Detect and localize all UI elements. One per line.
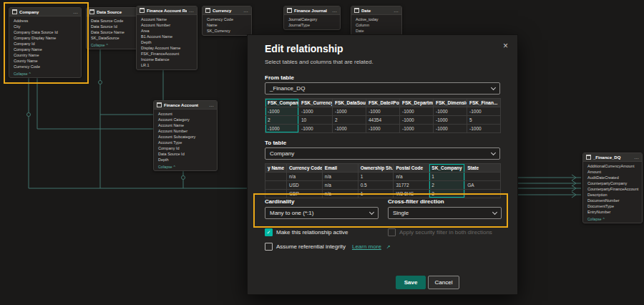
grid-cell[interactable]: -1000	[265, 107, 299, 116]
field-item[interactable]: Depth	[137, 39, 197, 45]
field-item[interactable]: Depth	[154, 157, 217, 163]
field-item[interactable]: Address	[9, 18, 81, 24]
field-item[interactable]: Account Name	[137, 16, 197, 22]
make-active-checkbox[interactable]: ✓ Make this relationship active	[265, 228, 348, 236]
field-item[interactable]: DocumentType	[583, 203, 642, 209]
field-item[interactable]: Display Account Name	[137, 45, 197, 51]
grid-cell[interactable]: FSK_Date#Pos...	[366, 99, 400, 107]
grid-cell[interactable]: n/a	[323, 181, 358, 190]
cancel-button[interactable]: Cancel	[428, 276, 459, 289]
grid-cell[interactable]: -1000	[434, 125, 467, 133]
grid-cell[interactable]: FSK_Currency	[299, 99, 333, 107]
card-header[interactable]: Finance Account …	[154, 101, 217, 110]
grid-cell[interactable]: 3	[429, 190, 465, 198]
grid-cell[interactable]: 5	[467, 116, 501, 125]
field-item[interactable]: LR.1	[137, 62, 197, 68]
grid-cell[interactable]: y Name	[265, 164, 287, 173]
field-item[interactable]: Company Name	[9, 47, 81, 52]
from-table-dropdown[interactable]: _Finance_DQ	[265, 82, 500, 95]
grid-cell[interactable]	[265, 173, 287, 181]
grid-cell[interactable]: Email	[323, 164, 358, 173]
more-options-icon[interactable]: …	[209, 102, 214, 107]
field-item[interactable]: Account Name	[154, 122, 217, 128]
card-header[interactable]: Finance Journal …	[284, 6, 340, 15]
field-item[interactable]: Income Balance	[137, 57, 197, 62]
grid-cell[interactable]: SK_Company	[429, 164, 465, 173]
field-item[interactable]: EntryNumber	[583, 209, 642, 215]
grid-cell[interactable]: 1	[358, 173, 394, 181]
field-item[interactable]: Name	[203, 22, 251, 28]
grid-cell[interactable]: -1000	[400, 116, 434, 125]
field-item[interactable]: CounterpartyFinanceAccount	[583, 186, 642, 192]
field-item[interactable]: Account Number	[137, 22, 197, 28]
grid-cell[interactable]: FSK_Dimensio...	[434, 99, 467, 107]
grid-cell[interactable]: Currency Code	[287, 164, 323, 173]
table-card-finance-journal[interactable]: Finance Journal … JournalCategoryJournal…	[283, 6, 341, 30]
field-item[interactable]: Company Display Name	[9, 35, 81, 41]
grid-cell[interactable]: n/a	[394, 173, 429, 181]
field-item[interactable]: FSK_FinanceAccount	[137, 51, 197, 57]
save-button[interactable]: Save	[396, 276, 426, 289]
grid-cell[interactable]: FSK_DataSour...	[333, 99, 366, 107]
grid-cell[interactable]: -1000	[434, 107, 467, 116]
grid-cell[interactable]: -1000	[333, 107, 366, 116]
grid-cell[interactable]	[465, 173, 501, 181]
field-item[interactable]: Account Subcategory	[154, 134, 217, 140]
card-header[interactable]: Date …	[351, 6, 401, 15]
close-icon[interactable]: ×	[503, 41, 508, 51]
grid-cell[interactable]: 1	[358, 190, 394, 198]
field-item[interactable]: Currency Code	[9, 64, 81, 69]
field-item[interactable]: County Name	[9, 58, 81, 64]
grid-cell[interactable]: -1000	[265, 125, 299, 133]
grid-cell[interactable]: 0.5	[358, 181, 394, 190]
to-table-dropdown[interactable]: Company	[265, 147, 500, 160]
grid-cell[interactable]: FSK_Company	[265, 99, 299, 107]
grid-cell[interactable]: -1000	[434, 116, 467, 125]
table-card-currency[interactable]: Currency … Currency CodeNameSK_Currency	[202, 6, 252, 36]
grid-cell[interactable]: USD	[287, 181, 323, 190]
field-item[interactable]: Amount	[583, 169, 642, 175]
field-item[interactable]: B1 Account Name	[137, 34, 197, 39]
table-card-finance-account-report[interactable]: Finance Account Report … Account NameAcc…	[136, 6, 197, 70]
cardinality-dropdown[interactable]: Many to one (*:1)	[265, 207, 379, 219]
field-item[interactable]: Description	[583, 192, 642, 198]
grid-cell[interactable]: n/a	[287, 173, 323, 181]
grid-cell[interactable]: 10	[299, 116, 333, 125]
field-item[interactable]: Date	[351, 28, 401, 34]
field-item[interactable]: Country Name	[9, 52, 81, 58]
grid-cell[interactable]: 2	[265, 116, 299, 125]
grid-cell[interactable]: 31772	[394, 181, 429, 190]
card-header[interactable]: Finance Account Report …	[137, 6, 197, 15]
grid-cell[interactable]: GBP	[287, 190, 323, 198]
grid-cell[interactable]: -1000	[467, 125, 501, 133]
grid-cell[interactable]: Postal Code	[394, 164, 429, 173]
field-item[interactable]: SK_Currency	[203, 28, 251, 34]
referential-integrity-checkbox[interactable]: Assume referential integrity Learn more …	[265, 243, 391, 251]
more-options-icon[interactable]: …	[332, 8, 337, 13]
grid-cell[interactable]: GA	[465, 181, 501, 190]
field-item[interactable]: JournalCategory	[284, 16, 340, 22]
card-header[interactable]: _Finance_DQ …	[583, 153, 642, 162]
grid-cell[interactable]: 44354	[366, 116, 400, 125]
field-item[interactable]: Company Id	[9, 41, 81, 47]
collapse-link[interactable]: Collapse ^	[154, 164, 217, 170]
grid-cell[interactable]: 2	[429, 181, 465, 190]
collapse-link[interactable]: Collapse ^	[583, 216, 642, 223]
grid-cell[interactable]: -1000	[299, 107, 333, 116]
grid-cell[interactable]: 2	[333, 116, 366, 125]
field-item[interactable]: CounterpartyCompany	[583, 180, 642, 186]
grid-cell[interactable]	[265, 181, 287, 190]
grid-cell[interactable]: -1000	[467, 107, 501, 116]
field-item[interactable]: Area	[137, 28, 197, 34]
more-options-icon[interactable]: …	[634, 155, 639, 160]
card-header[interactable]: Currency …	[203, 6, 251, 15]
field-item[interactable]: Account Category	[154, 117, 217, 122]
grid-cell[interactable]: n/a	[323, 190, 358, 198]
field-item[interactable]: Column	[351, 22, 401, 28]
grid-cell[interactable]: Ownership Sh...	[358, 164, 394, 173]
grid-cell[interactable]: -1000	[299, 125, 333, 133]
more-options-icon[interactable]: …	[189, 8, 194, 13]
grid-cell[interactable]: FSK_Departm...	[400, 99, 434, 107]
grid-cell[interactable]: FSK_Finan...	[467, 99, 501, 107]
field-item[interactable]: Account	[154, 111, 217, 117]
